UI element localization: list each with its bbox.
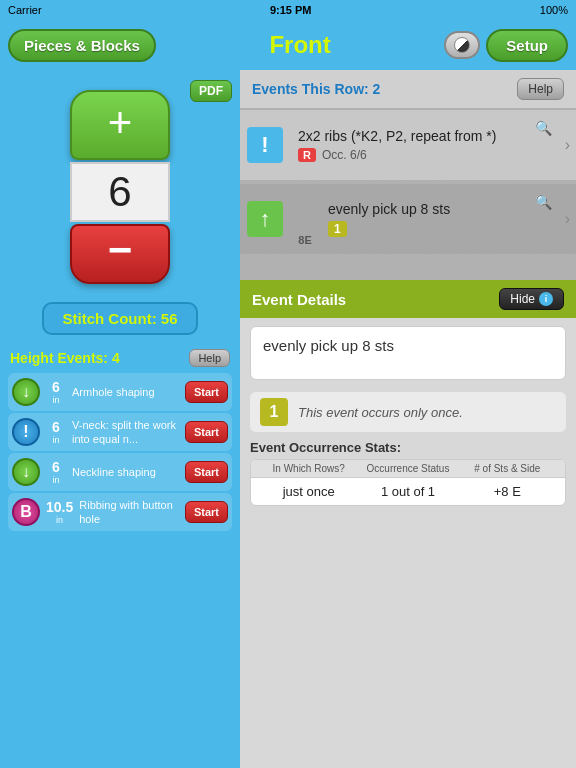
card-icon-col: !	[240, 110, 290, 180]
event-inches: 10.5 in	[46, 499, 73, 525]
occurrence-row: 1 This event occurs only once.	[250, 392, 566, 432]
chevron-right-icon: ›	[565, 210, 570, 228]
stats-cell: +8 E	[458, 484, 557, 499]
stats-title: Event Occurrence Stats:	[250, 440, 566, 455]
b-icon: B	[12, 498, 40, 526]
num-badge: 1	[328, 221, 347, 237]
event-details-panel: Event Details Hide i evenly pick up 8 st…	[240, 280, 576, 768]
card-code-label: 8E	[290, 184, 320, 254]
exclaim-icon: !	[12, 418, 40, 446]
events-row-header: Events This Row: 2 Help	[240, 70, 576, 108]
arrow-card-icon: ↑	[247, 201, 283, 237]
green-down-icon: ↓	[12, 458, 40, 486]
event-label: Ribbing with button hole	[79, 498, 179, 527]
plus-icon: +	[108, 102, 133, 144]
search-icon[interactable]: 🔍	[535, 194, 552, 210]
occ-text: Occ. 6/6	[322, 148, 367, 162]
events-count: 2	[373, 81, 381, 97]
hide-label: Hide	[510, 292, 535, 306]
counter-display: 6	[70, 162, 170, 222]
stitch-count-label: Stitch Count:	[62, 310, 156, 327]
stats-table: In Which Rows? Occurrence Status # of St…	[250, 459, 566, 506]
stats-col-header: Occurrence Status	[358, 463, 457, 474]
height-events-help-button[interactable]: Help	[189, 349, 230, 367]
stats-cell: just once	[259, 484, 358, 499]
list-item: B 10.5 in Ribbing with button hole Start	[8, 493, 232, 531]
main-layout: PDF + 6 − Stitch Count: 56 Height Events…	[0, 70, 576, 768]
event-label: V-neck: split the work into equal n...	[72, 418, 179, 447]
list-item: ↓ 6 in Neckline shaping Start	[8, 453, 232, 491]
start-button[interactable]: Start	[185, 381, 228, 403]
event-inches: 6 in	[46, 419, 66, 445]
event-inches: 6 in	[46, 379, 66, 405]
card-icon-col: ↑	[240, 184, 290, 254]
info-icon: i	[539, 292, 553, 306]
card-title: 2x2 ribs (*K2, P2, repeat from *)	[298, 128, 557, 144]
battery-label: 100%	[540, 4, 568, 16]
pieces-blocks-button[interactable]: Pieces & Blocks	[8, 29, 156, 62]
stats-table-row: just once 1 out of 1 +8 E	[251, 478, 565, 505]
card-content: evenly pick up 8 sts 1	[320, 184, 565, 254]
occ-description: This event occurs only once.	[298, 405, 463, 420]
counter-plus-button[interactable]: +	[70, 90, 170, 160]
exclaim-card-icon: !	[247, 127, 283, 163]
event-card[interactable]: ! 2x2 ribs (*K2, P2, repeat from *) R Oc…	[240, 110, 576, 180]
stats-table-header: In Which Rows? Occurrence Status # of St…	[251, 460, 565, 478]
counter-minus-button[interactable]: −	[70, 224, 170, 284]
nav-right: Setup	[444, 29, 568, 62]
occ-num-badge: 1	[260, 398, 288, 426]
stitch-count-value: 56	[161, 310, 178, 327]
theme-toggle-button[interactable]	[444, 31, 480, 59]
stats-col-header: In Which Rows?	[259, 463, 358, 474]
stats-cell: 1 out of 1	[358, 484, 457, 499]
top-nav: Pieces & Blocks Front Setup	[0, 20, 576, 70]
card-right: ›	[565, 110, 576, 180]
time-label: 9:15 PM	[270, 4, 312, 16]
event-label: Neckline shaping	[72, 465, 179, 479]
event-card[interactable]: ↑ 8E evenly pick up 8 sts 1 🔍 ›	[240, 184, 576, 254]
green-down-icon: ↓	[12, 378, 40, 406]
stats-col-header: # of Sts & Side	[458, 463, 557, 474]
right-panel: Events This Row: 2 Help ! 2x2 ribs (*K2,…	[240, 70, 576, 768]
card-sub: R Occ. 6/6	[298, 148, 557, 162]
chevron-right-icon: ›	[565, 136, 570, 154]
height-events-section: Height Events: 4 Help ↓ 6 in Armhole sha…	[8, 349, 232, 531]
setup-button[interactable]: Setup	[486, 29, 568, 62]
height-events-header: Height Events: 4 Help	[8, 349, 232, 367]
search-icon[interactable]: 🔍	[535, 120, 552, 136]
pdf-button[interactable]: PDF	[190, 80, 232, 102]
minus-icon: −	[108, 229, 133, 271]
event-inches: 6 in	[46, 459, 66, 485]
card-sub: 1	[328, 221, 557, 237]
stitch-count-box: Stitch Count: 56	[42, 302, 197, 335]
card-content: 2x2 ribs (*K2, P2, repeat from *) R Occ.…	[290, 110, 565, 180]
event-description: evenly pick up 8 sts	[250, 326, 566, 380]
occ-badge: R	[298, 148, 316, 162]
event-details-header: Event Details Hide i	[240, 280, 576, 318]
height-events-title: Height Events: 4	[10, 350, 120, 366]
left-panel: PDF + 6 − Stitch Count: 56 Height Events…	[0, 70, 240, 768]
events-row-title: Events This Row: 2	[252, 81, 380, 97]
events-help-button[interactable]: Help	[517, 78, 564, 100]
counter-value: 6	[108, 168, 131, 216]
card-right: ›	[565, 184, 576, 254]
list-item: ! 6 in V-neck: split the work into equal…	[8, 413, 232, 451]
list-item: ↓ 6 in Armhole shaping Start	[8, 373, 232, 411]
status-bar: Carrier 9:15 PM 100%	[0, 0, 576, 20]
hide-button[interactable]: Hide i	[499, 288, 564, 310]
start-button[interactable]: Start	[185, 461, 228, 483]
height-event-list: ↓ 6 in Armhole shaping Start ! 6 in V-ne…	[8, 373, 232, 531]
carrier-label: Carrier	[8, 4, 42, 16]
event-details-title: Event Details	[252, 291, 346, 308]
counter: + 6 −	[70, 90, 170, 284]
card-title: evenly pick up 8 sts	[328, 201, 557, 217]
height-events-count: 4	[112, 350, 120, 366]
start-button[interactable]: Start	[185, 501, 228, 523]
event-label: Armhole shaping	[72, 385, 179, 399]
page-title: Front	[269, 31, 330, 59]
start-button[interactable]: Start	[185, 421, 228, 443]
stats-section: Event Occurrence Stats: In Which Rows? O…	[250, 440, 566, 506]
